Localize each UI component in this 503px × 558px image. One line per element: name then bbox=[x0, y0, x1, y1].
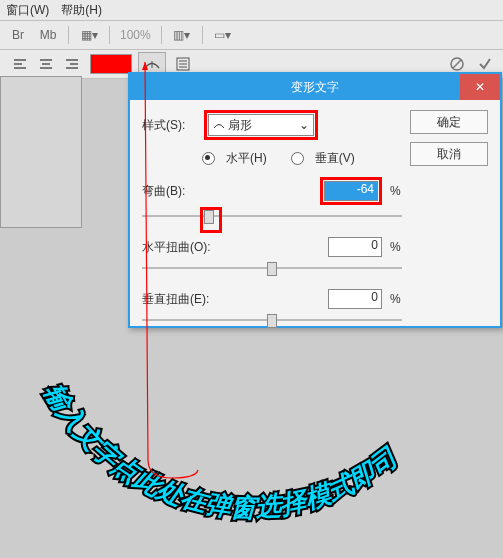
separator bbox=[161, 26, 162, 44]
panel-button[interactable] bbox=[172, 54, 194, 74]
highlight-bend: -64 bbox=[320, 177, 382, 205]
align-center-button[interactable] bbox=[34, 53, 58, 75]
canvas-panel bbox=[0, 76, 82, 228]
bend-slider[interactable] bbox=[142, 209, 402, 223]
canvas-warped-text: 输入文字点此处在弹窗选择模式即司 输入文字点此处在弹窗选择模式即司 输入文字点此… bbox=[10, 340, 490, 540]
toolbar-top: Br Mb ▦▾ 100% ▥▾ ▭▾ bbox=[0, 21, 503, 50]
hdist-slider[interactable] bbox=[142, 261, 402, 275]
percent-label: % bbox=[390, 240, 402, 254]
menu-help[interactable]: 帮助(H) bbox=[57, 0, 106, 21]
dialog-titlebar[interactable]: 变形文字 ✕ bbox=[130, 74, 500, 100]
bend-label: 弯曲(B): bbox=[142, 183, 216, 200]
align-left-button[interactable] bbox=[8, 53, 32, 75]
align-group bbox=[8, 53, 84, 75]
color-swatch-red[interactable] bbox=[90, 54, 132, 74]
percent-label: % bbox=[390, 184, 402, 198]
horizontal-label: 水平(H) bbox=[226, 150, 267, 167]
screen-icon[interactable]: ▭▾ bbox=[213, 25, 233, 45]
radio-horizontal[interactable] bbox=[202, 152, 215, 165]
radio-vertical[interactable] bbox=[291, 152, 304, 165]
vertical-label: 垂直(V) bbox=[315, 150, 355, 167]
vdist-slider[interactable] bbox=[142, 313, 402, 327]
style-label: 样式(S): bbox=[142, 117, 196, 134]
close-icon[interactable]: ✕ bbox=[460, 74, 500, 100]
menu-window[interactable]: 窗口(W) bbox=[2, 0, 53, 21]
hdist-label: 水平扭曲(O): bbox=[142, 239, 216, 256]
hdist-input[interactable]: 0 bbox=[328, 237, 382, 257]
chevron-down-icon: ⌄ bbox=[299, 118, 309, 132]
align-right-button[interactable] bbox=[60, 53, 84, 75]
cancel-icon[interactable] bbox=[447, 54, 467, 74]
percent-label: % bbox=[390, 292, 402, 306]
dialog-title: 变形文字 bbox=[291, 79, 339, 96]
btn-mb[interactable]: Mb bbox=[38, 25, 58, 45]
vdist-input[interactable]: 0 bbox=[328, 289, 382, 309]
zoom-level[interactable]: 100% bbox=[120, 28, 151, 42]
separator bbox=[68, 26, 69, 44]
highlight-slider-handle bbox=[200, 207, 222, 233]
film-icon[interactable]: ▦▾ bbox=[79, 25, 99, 45]
commit-icon[interactable] bbox=[475, 54, 495, 74]
menubar: 窗口(W) 帮助(H) bbox=[0, 0, 503, 21]
separator bbox=[202, 26, 203, 44]
vdist-label: 垂直扭曲(E): bbox=[142, 291, 216, 308]
warp-text-dialog: 变形文字 ✕ 样式(S): 扇形 ⌄ 水平(H) bbox=[128, 72, 502, 328]
style-value: 扇形 bbox=[228, 117, 252, 134]
bend-input[interactable]: -64 bbox=[324, 181, 378, 201]
btn-br[interactable]: Br bbox=[8, 25, 28, 45]
style-select[interactable]: 扇形 ⌄ bbox=[208, 114, 314, 136]
svg-text:输入文字点此处在弹窗选择模式即司: 输入文字点此处在弹窗选择模式即司 bbox=[39, 378, 404, 523]
cancel-button[interactable]: 取消 bbox=[410, 142, 488, 166]
layout-icon[interactable]: ▥▾ bbox=[172, 25, 192, 45]
ok-button[interactable]: 确定 bbox=[410, 110, 488, 134]
separator bbox=[109, 26, 110, 44]
highlight-style: 扇形 ⌄ bbox=[204, 110, 318, 140]
